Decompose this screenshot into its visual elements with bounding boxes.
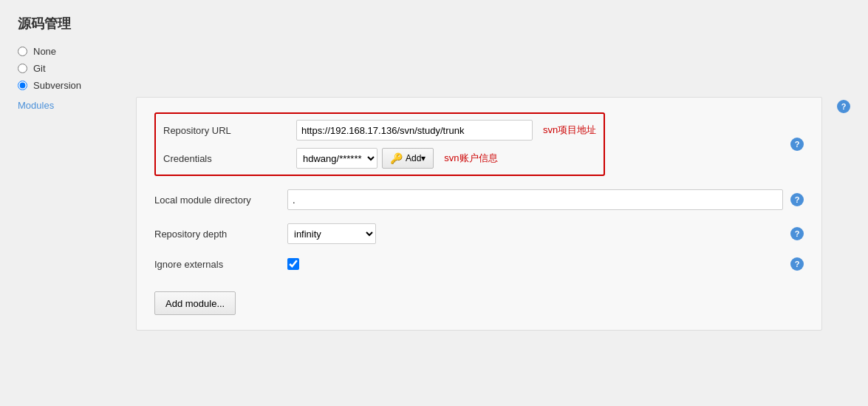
radio-none-label: None: [33, 46, 56, 57]
add-credentials-button[interactable]: 🔑 Add▾: [382, 148, 434, 169]
radio-none: None: [18, 46, 850, 57]
help-icon-ignore[interactable]: ?: [790, 257, 804, 271]
radio-subversion: Subversion: [18, 80, 850, 91]
repo-depth-row: Repository depth infinity empty files im…: [154, 223, 804, 244]
right-help-area: ?: [830, 97, 850, 331]
repo-depth-label: Repository depth: [154, 229, 287, 240]
radio-git-label: Git: [33, 63, 46, 74]
ignore-externals-checkbox[interactable]: [287, 258, 299, 270]
radio-git-input[interactable]: [18, 64, 27, 73]
credentials-label: Credentials: [163, 153, 296, 164]
main-panel: Repository URL https://192.168.17.136/sv…: [136, 97, 822, 331]
red-highlight-box: Repository URL https://192.168.17.136/sv…: [154, 112, 605, 176]
credentials-hint: svn账户信息: [444, 152, 497, 165]
local-module-label: Local module directory: [154, 194, 287, 206]
page-title: 源码管理: [18, 15, 850, 33]
content-area: Modules Repository URL https://192.168.1…: [18, 97, 850, 331]
repo-depth-select[interactable]: infinity empty files immediates: [287, 223, 376, 244]
ignore-externals-row: Ignore externals ?: [154, 257, 804, 271]
credentials-controls: hdwang/****** 🔑 Add▾: [296, 148, 434, 169]
ignore-externals-label: Ignore externals: [154, 259, 287, 270]
ignore-externals-inner: Ignore externals: [154, 258, 783, 270]
sidebar: Modules: [18, 97, 136, 331]
repo-url-input[interactable]: https://192.168.17.136/svn/study/trunk: [296, 120, 533, 141]
radio-subversion-input[interactable]: [18, 81, 27, 90]
credentials-row: Credentials hdwang/****** 🔑 Add▾: [163, 148, 596, 169]
repo-credentials-inner: Repository URL https://192.168.17.136/sv…: [154, 112, 783, 176]
repo-url-hint: svn项目地址: [543, 124, 596, 137]
radio-subversion-label: Subversion: [33, 80, 81, 91]
local-module-row: Local module directory . ?: [154, 189, 804, 210]
credentials-select[interactable]: hdwang/******: [296, 148, 377, 169]
add-module-button[interactable]: Add module...: [154, 291, 236, 315]
repo-credentials-section: Repository URL https://192.168.17.136/sv…: [154, 112, 804, 176]
sidebar-modules-link[interactable]: Modules: [18, 100, 54, 111]
repo-url-label: Repository URL: [163, 125, 296, 136]
repo-url-row: Repository URL https://192.168.17.136/sv…: [163, 120, 596, 141]
help-icon-local[interactable]: ?: [790, 193, 804, 206]
local-module-input[interactable]: .: [287, 189, 783, 210]
help-icon-depth[interactable]: ?: [790, 227, 804, 240]
key-icon: 🔑: [390, 152, 403, 164]
scm-radio-group: None Git Subversion: [18, 46, 850, 91]
radio-none-input[interactable]: [18, 47, 27, 56]
radio-git: Git: [18, 63, 850, 74]
help-icon-subversion[interactable]: ?: [837, 100, 850, 113]
page-container: 源码管理 None Git Subversion Modules: [0, 0, 868, 406]
help-icon-repo[interactable]: ?: [790, 138, 804, 151]
add-button-label: Add▾: [406, 153, 426, 163]
local-module-inner: Local module directory .: [154, 189, 783, 210]
repo-depth-inner: Repository depth infinity empty files im…: [154, 223, 783, 244]
